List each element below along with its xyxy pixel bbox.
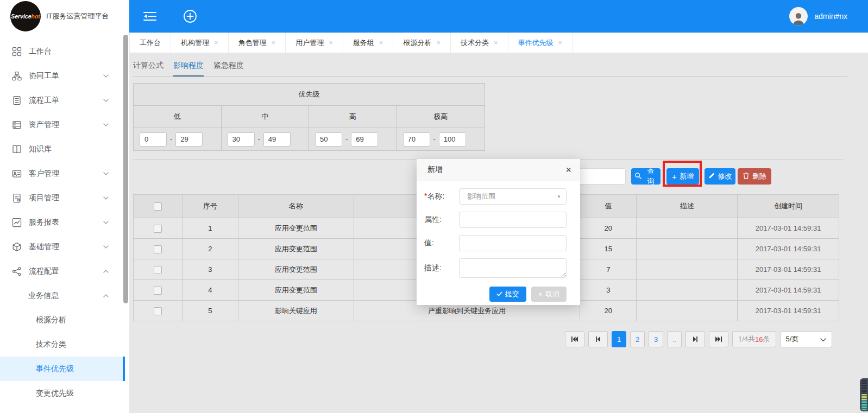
sidebar-item-process-orders[interactable]: 流程工单 xyxy=(0,88,125,112)
sidebar-item-label: 工作台 xyxy=(29,47,52,56)
desc-textarea[interactable] xyxy=(459,258,567,278)
tab-incident-priority[interactable]: 事件优先级× xyxy=(508,33,573,53)
sidebar-item-assets[interactable]: 资产管理 xyxy=(0,112,125,137)
priority-critical-min-input[interactable] xyxy=(403,132,430,147)
cell-index: 1 xyxy=(182,218,238,239)
sidebar-item-knowledge-base[interactable]: 知识库 xyxy=(0,137,125,161)
sidebar-scrollbar[interactable] xyxy=(123,35,128,303)
brand-logo-service: Service xyxy=(11,13,31,20)
sidebar-item-collab-orders[interactable]: 协同工单 xyxy=(0,63,125,88)
row-checkbox[interactable] xyxy=(154,225,162,233)
page-button-2[interactable]: 2 xyxy=(630,331,645,347)
avatar xyxy=(789,7,808,26)
sidebar-item-change-priority[interactable]: 变更优先级 xyxy=(0,381,125,405)
sidebar-item-label: 服务报表 xyxy=(29,218,59,227)
close-tab-icon[interactable]: × xyxy=(214,39,218,47)
delete-button[interactable]: 删除 xyxy=(738,168,771,185)
sidebar-item-tech-category[interactable]: 技术分类 xyxy=(0,332,125,357)
priority-medium-max-input[interactable] xyxy=(263,132,291,147)
chevron-up-icon xyxy=(103,270,109,273)
edit-button[interactable]: 修改 xyxy=(705,168,735,185)
priority-critical-max-input[interactable] xyxy=(439,132,466,147)
query-button[interactable]: 查询 xyxy=(631,168,661,185)
tab-label: 用户管理 xyxy=(295,38,324,48)
sidebar-item-label: 变更优先级 xyxy=(36,389,74,398)
close-tab-icon[interactable]: × xyxy=(436,39,441,47)
priority-high-max-input[interactable] xyxy=(351,132,378,147)
close-tab-icon[interactable]: × xyxy=(329,39,333,47)
sidebar-item-business-info[interactable]: 业务信息 xyxy=(0,283,125,308)
page-size-select[interactable]: 5/页 xyxy=(780,331,832,347)
counter-suffix: 条 xyxy=(763,334,770,344)
plus-icon: + xyxy=(672,173,677,181)
user-menu[interactable]: admin#nx xyxy=(789,7,847,26)
next-page-button[interactable] xyxy=(685,331,705,347)
cancel-button[interactable]: × 取消 xyxy=(531,287,567,302)
add-button[interactable]: + 新增 xyxy=(666,168,699,185)
page-button-1[interactable]: 1 xyxy=(612,331,626,347)
row-checkbox[interactable] xyxy=(154,266,162,274)
range-dash: - xyxy=(170,135,172,143)
priority-col-high: 高 - xyxy=(309,106,397,150)
value-input[interactable] xyxy=(459,235,567,251)
attr-input[interactable] xyxy=(459,212,567,228)
tab-label: 服务组 xyxy=(353,38,374,48)
first-page-button[interactable] xyxy=(565,331,584,347)
pencil-icon xyxy=(708,172,715,181)
chevron-down-icon xyxy=(103,221,109,224)
prev-page-button[interactable] xyxy=(588,331,608,347)
range-dash: - xyxy=(433,135,436,143)
subtab-formula[interactable]: 计算公式 xyxy=(133,61,163,77)
cell-created: 2017-03-01 14:59:31 xyxy=(738,301,839,321)
select-all-checkbox[interactable] xyxy=(154,202,162,211)
chevron-down-icon xyxy=(103,196,109,200)
tab-root-cause[interactable]: 根源分析× xyxy=(393,33,451,53)
close-tab-icon[interactable]: × xyxy=(272,39,276,47)
sidebar-item-customers[interactable]: 客户管理 xyxy=(0,161,125,186)
submit-button[interactable]: 提交 xyxy=(489,287,526,302)
close-tab-icon[interactable]: × xyxy=(379,39,383,47)
sidebar-item-base-management[interactable]: 基础管理 xyxy=(0,234,125,259)
tab-label: 根源分析 xyxy=(403,38,431,48)
check-icon xyxy=(496,290,502,298)
project-doc-icon xyxy=(12,193,22,203)
chevron-down-icon xyxy=(103,99,109,102)
sidebar-item-service-reports[interactable]: 服务报表 xyxy=(0,210,125,234)
col-header-value: 值 xyxy=(580,195,637,218)
row-checkbox[interactable] xyxy=(154,245,162,253)
sidebar-item-root-cause[interactable]: 根源分析 xyxy=(0,308,125,332)
sidebar: Servicehot IT服务运营管理平台 工作台 协同工单 流程工单 资产管理 xyxy=(0,0,129,413)
sidebar-item-process-config[interactable]: 流程配置 xyxy=(0,259,125,283)
document-lines-icon xyxy=(12,96,22,105)
sidebar-item-projects[interactable]: 项目管理 xyxy=(0,186,125,210)
row-checkbox[interactable] xyxy=(154,307,162,315)
tab-role-management[interactable]: 角色管理× xyxy=(229,33,286,53)
chevron-down-icon xyxy=(103,74,109,78)
subtab-impact[interactable]: 影响程度 xyxy=(173,61,204,77)
tab-service-group[interactable]: 服务组× xyxy=(343,33,394,53)
cell-created: 2017-03-01 14:59:31 xyxy=(738,239,839,259)
close-tab-icon[interactable]: × xyxy=(558,39,563,47)
chart-icon xyxy=(12,218,22,227)
tab-org-management[interactable]: 机构管理× xyxy=(171,33,229,53)
tab-tech-category[interactable]: 技术分类× xyxy=(451,33,508,53)
subtab-urgency[interactable]: 紧急程度 xyxy=(213,61,244,77)
menu-fold-icon[interactable] xyxy=(143,11,156,21)
sidebar-item-label: 事件优先级 xyxy=(36,364,74,374)
sidebar-item-incident-priority[interactable]: 事件优先级 xyxy=(0,357,125,381)
priority-medium-min-input[interactable] xyxy=(228,132,255,147)
last-page-button[interactable] xyxy=(709,331,728,347)
page-button-3[interactable]: 3 xyxy=(649,331,663,347)
close-icon[interactable]: × xyxy=(565,165,571,175)
priority-low-min-input[interactable] xyxy=(140,132,167,147)
col-header-desc: 描述 xyxy=(637,195,738,218)
priority-high-min-input[interactable] xyxy=(315,132,342,147)
priority-low-max-input[interactable] xyxy=(175,132,203,147)
close-tab-icon[interactable]: × xyxy=(494,39,498,47)
tab-workbench[interactable]: 工作台 xyxy=(129,33,171,53)
sidebar-item-workbench[interactable]: 工作台 xyxy=(0,39,125,63)
row-checkbox[interactable] xyxy=(154,287,162,295)
add-circle-icon[interactable] xyxy=(183,9,198,24)
name-select[interactable]: 影响范围 ▼ xyxy=(459,188,567,205)
tab-user-management[interactable]: 用户管理× xyxy=(286,33,343,53)
